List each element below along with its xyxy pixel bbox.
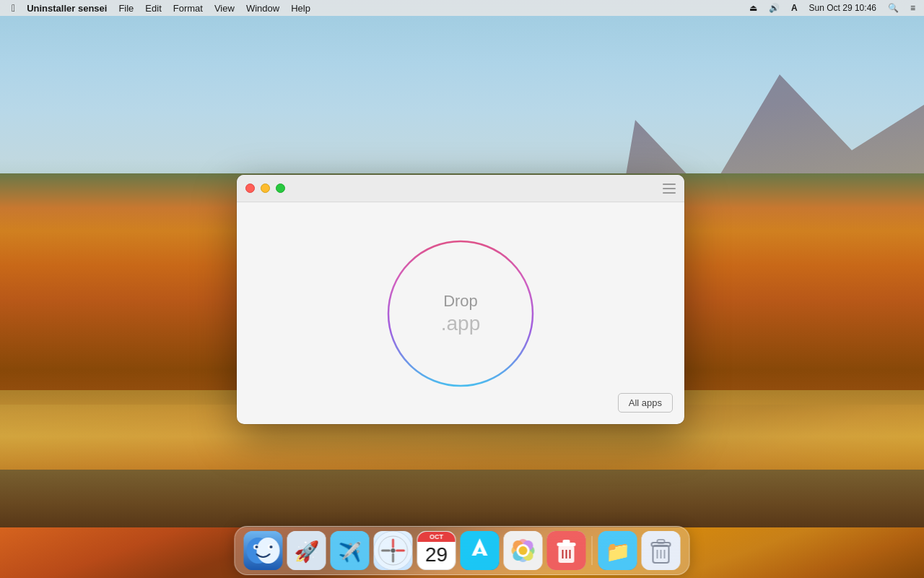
dock-icon-finder[interactable]	[244, 531, 283, 570]
menubar-left:  Uninstaller sensei File Edit Format Vi…	[6, 1, 316, 15]
hamburger-line-1	[663, 184, 676, 185]
svg-point-31	[519, 546, 528, 555]
menubar-format[interactable]: Format	[167, 1, 209, 15]
window-titlebar	[237, 175, 684, 202]
menubar-volume-icon[interactable]: 🔊	[766, 2, 783, 14]
menubar-user-icon[interactable]: A	[788, 2, 801, 14]
window-hamburger-menu[interactable]	[663, 184, 676, 194]
dock-icon-appstore[interactable]	[461, 531, 500, 570]
svg-point-7	[270, 545, 273, 548]
safari-svg	[374, 531, 413, 570]
finder-face	[244, 531, 283, 570]
drop-label: Drop	[441, 292, 481, 311]
svg-point-18	[391, 548, 396, 553]
dock-icon-files[interactable]: 📁	[598, 531, 637, 570]
app-extension-label: .app	[441, 312, 481, 335]
svg-rect-35	[563, 540, 570, 543]
menubar-datetime: Sun Oct 29 10:46	[806, 2, 879, 14]
menubar-app-name[interactable]: Uninstaller sensei	[21, 1, 113, 15]
hamburger-line-3	[663, 192, 676, 194]
trash-svg	[642, 531, 681, 570]
dock-icon-safari[interactable]	[374, 531, 413, 570]
hamburger-line-2	[663, 188, 676, 189]
dock-icon-kickstart[interactable]: ✈️	[331, 531, 370, 570]
menubar-help[interactable]: Help	[285, 1, 316, 15]
menubar-view[interactable]: View	[209, 1, 240, 15]
finder-svg	[244, 531, 283, 570]
photos-svg	[504, 531, 543, 570]
calendar-month: OCT	[418, 532, 456, 542]
menubar:  Uninstaller sensei File Edit Format Vi…	[0, 0, 924, 16]
window-content: Drop .app All apps	[237, 202, 684, 424]
dock-icon-calendar[interactable]: OCT 29	[417, 531, 456, 570]
dock-icon-launchpad[interactable]: 🚀	[287, 531, 326, 570]
launchpad-svg: 🚀	[287, 531, 326, 570]
drop-zone-circle[interactable]: Drop .app	[381, 234, 540, 393]
menubar-right: ⏏ 🔊 A Sun Oct 29 10:46 🔍 ≡	[746, 2, 918, 14]
window-minimize-button[interactable]	[261, 184, 270, 193]
background-ground	[0, 470, 924, 527]
files-svg: 📁	[598, 531, 637, 570]
appstore-svg	[461, 531, 500, 570]
svg-text:📁: 📁	[605, 540, 630, 564]
all-apps-button[interactable]: All apps	[618, 393, 673, 413]
dock-icon-photos[interactable]	[504, 531, 543, 570]
menubar-eject-icon[interactable]: ⏏	[746, 2, 760, 14]
dock-icon-uninstaller[interactable]	[547, 531, 586, 570]
svg-rect-19	[461, 531, 500, 570]
dock-separator	[592, 536, 593, 565]
svg-text:🚀: 🚀	[294, 540, 319, 564]
menubar-search-icon[interactable]: 🔍	[885, 2, 902, 14]
kickstart-svg: ✈️	[331, 531, 370, 570]
svg-text:✈️: ✈️	[339, 540, 362, 564]
dock-icon-trash[interactable]	[642, 531, 681, 570]
window-close-button[interactable]	[245, 184, 255, 193]
svg-point-3	[257, 538, 280, 564]
desktop:  Uninstaller sensei File Edit Format Vi…	[0, 0, 924, 578]
uninstaller-svg	[547, 531, 586, 570]
menubar-file[interactable]: File	[113, 1, 139, 15]
menubar-list-icon[interactable]: ≡	[907, 2, 918, 14]
menubar-edit[interactable]: Edit	[139, 1, 167, 15]
calendar-inner: OCT 29	[418, 532, 456, 569]
window-maximize-button[interactable]	[276, 184, 285, 193]
traffic-lights	[245, 184, 285, 193]
dock: 🚀 ✈️	[235, 526, 690, 575]
app-window: Drop .app All apps	[237, 175, 684, 424]
apple-menu[interactable]: 	[6, 2, 21, 14]
svg-point-5	[256, 545, 258, 548]
menubar-window[interactable]: Window	[240, 1, 285, 15]
calendar-day: 29	[425, 543, 448, 566]
drop-text: Drop .app	[441, 292, 481, 335]
